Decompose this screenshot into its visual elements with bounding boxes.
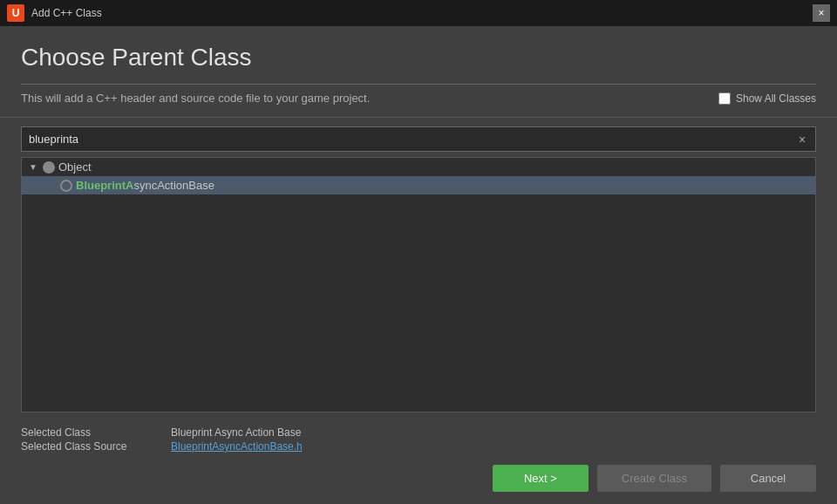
- selected-class-label: Selected Class: [21, 426, 160, 439]
- button-row: Next > Create Class Cancel: [0, 458, 837, 504]
- expand-arrow-object: ▼: [29, 162, 39, 172]
- show-all-row: Show All Classes: [718, 92, 816, 105]
- title-bar-title: Add C++ Class: [31, 7, 102, 19]
- footer-info: Selected Class Blueprint Async Action Ba…: [0, 421, 837, 458]
- dialog-subtitle-row: This will add a C++ header and source co…: [21, 92, 816, 105]
- title-bar: U Add C++ Class ×: [0, 0, 837, 26]
- dialog-header: Choose Parent Class This will add a C++ …: [0, 26, 837, 118]
- create-class-button: Create Class: [597, 465, 711, 492]
- search-area: ×: [0, 118, 837, 152]
- class-icon-blueprint: [60, 180, 72, 192]
- highlight-text: BlueprintA: [76, 179, 133, 192]
- tree-item-blueprintasyncactionbase[interactable]: BlueprintAsyncActionBase: [22, 176, 815, 194]
- show-all-label[interactable]: Show All Classes: [736, 92, 816, 105]
- show-all-checkbox[interactable]: [718, 92, 731, 105]
- title-divider: [21, 84, 816, 85]
- class-icon-object: [43, 161, 55, 174]
- search-clear-button[interactable]: ×: [793, 131, 811, 148]
- next-button[interactable]: Next >: [493, 465, 589, 492]
- ue-logo: U: [7, 4, 24, 22]
- dialog: Choose Parent Class This will add a C++ …: [0, 26, 837, 504]
- search-input[interactable]: [21, 126, 816, 152]
- cancel-button[interactable]: Cancel: [720, 465, 816, 492]
- selected-class-row: Selected Class Blueprint Async Action Ba…: [21, 426, 816, 439]
- dialog-title: Choose Parent Class: [21, 44, 816, 72]
- selected-class-value: Blueprint Async Action Base: [171, 426, 301, 439]
- title-bar-left: U Add C++ Class: [7, 4, 102, 22]
- tree-item-object[interactable]: ▼ Object: [22, 158, 815, 176]
- class-tree: ▼ Object BlueprintAsyncActionBase: [21, 157, 816, 412]
- selected-source-value[interactable]: BlueprintAsyncActionBase.h: [171, 440, 303, 453]
- close-button[interactable]: ×: [813, 4, 830, 22]
- selected-source-label: Selected Class Source: [21, 440, 160, 453]
- tree-item-label-object: Object: [58, 160, 92, 174]
- search-input-wrapper: ×: [21, 126, 816, 152]
- dialog-subtitle: This will add a C++ header and source co…: [21, 92, 370, 105]
- tree-item-label-blueprint: BlueprintAsyncActionBase: [76, 179, 214, 192]
- selected-source-row: Selected Class Source BlueprintAsyncActi…: [21, 440, 816, 453]
